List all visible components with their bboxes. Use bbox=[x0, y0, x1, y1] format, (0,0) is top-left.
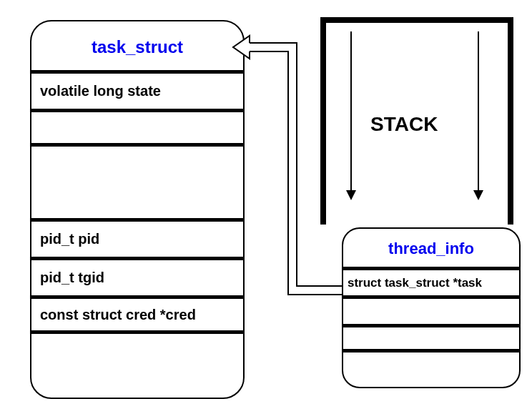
task-row-empty1 bbox=[31, 109, 243, 143]
stack-arrow-left bbox=[350, 31, 352, 190]
thread-row-task: struct task_struct *task bbox=[343, 267, 519, 295]
task-row-state: volatile long state bbox=[31, 70, 243, 109]
task-row-empty2 bbox=[31, 143, 243, 218]
thread-row-empty1 bbox=[343, 295, 519, 324]
task-struct-title: task_struct bbox=[31, 21, 243, 70]
stack-label: STACK bbox=[370, 113, 438, 136]
thread-row-empty2 bbox=[343, 324, 519, 353]
task-row-pid: pid_t pid bbox=[31, 218, 243, 257]
task-row-tgid: pid_t tgid bbox=[31, 257, 243, 295]
thread-info-box: thread_info struct task_struct *task bbox=[342, 227, 521, 388]
task-row-cred: const struct cred *cred bbox=[31, 295, 243, 334]
stack-arrow-right bbox=[478, 31, 479, 190]
task-struct-box: task_struct volatile long state pid_t pi… bbox=[30, 20, 245, 399]
thread-info-title: thread_info bbox=[343, 229, 519, 267]
